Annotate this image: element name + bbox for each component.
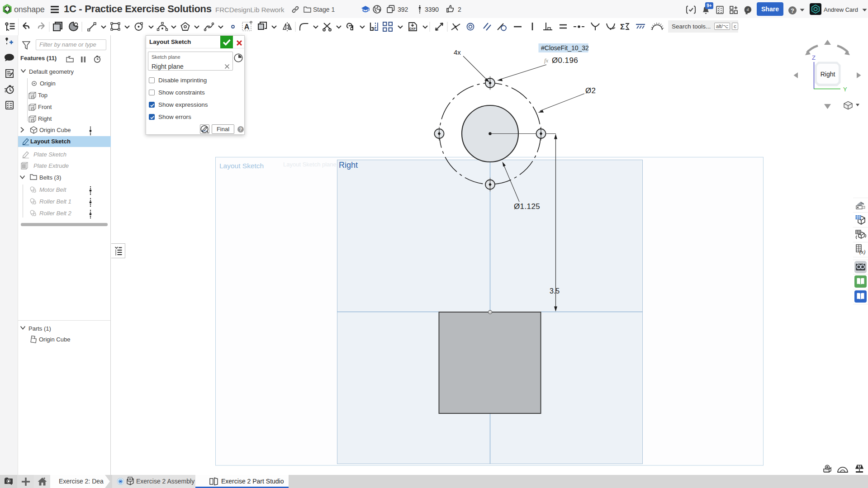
svg-text:4x: 4x (454, 48, 461, 56)
svg-text:DXF: DXF (409, 27, 416, 30)
svg-text:Right: Right (339, 161, 358, 170)
svg-text:A: A (244, 23, 250, 31)
svg-text:#CloseFit_10_32: #CloseFit_10_32 (541, 44, 589, 52)
svg-text:Ø2: Ø2 (585, 86, 596, 95)
svg-text:d: d (747, 7, 749, 12)
svg-text:?: ? (791, 7, 794, 14)
svg-text:Ø0.196: Ø0.196 (552, 56, 578, 65)
svg-text:Right: Right (821, 71, 835, 78)
svg-text:Layout Sketch: Layout Sketch (219, 162, 264, 170)
svg-text:(x): (x) (859, 249, 865, 255)
svg-text:Layout Sketch plane: Layout Sketch plane (283, 161, 337, 168)
svg-text:Y: Y (843, 86, 847, 93)
svg-text:Σ: Σ (620, 23, 625, 31)
svg-text:?: ? (239, 127, 242, 132)
svg-text:3.5: 3.5 (550, 287, 560, 295)
svg-text:Ø1.125: Ø1.125 (514, 202, 540, 211)
svg-text:Z: Z (812, 54, 816, 61)
svg-text:fx: fx (544, 57, 549, 64)
